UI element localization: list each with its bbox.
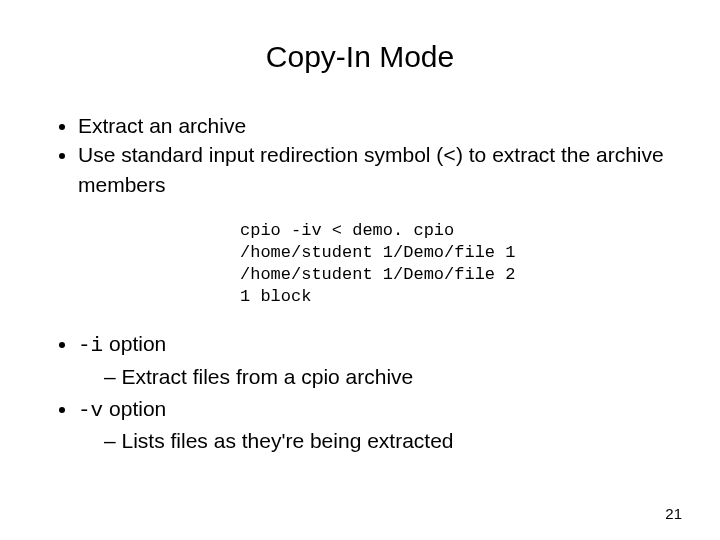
option-v-flag: -v	[78, 399, 103, 422]
option-bullets: -i option Extract files from a cpio arch…	[50, 330, 670, 455]
code-example: cpio -iv < demo. cpio /home/student 1/De…	[240, 220, 670, 308]
option-i-desc: Extract files from a cpio archive	[104, 363, 670, 391]
option-v-sub: Lists files as they're being extracted	[78, 427, 670, 455]
option-v-word: option	[103, 397, 166, 420]
lt-symbol: <	[443, 145, 456, 168]
code-line-4: 1 block	[240, 287, 311, 306]
code-line-1: cpio -iv < demo. cpio	[240, 221, 454, 240]
slide-title: Copy-In Mode	[50, 40, 670, 74]
option-v: -v option Lists files as they're being e…	[78, 395, 670, 456]
option-i-sub: Extract files from a cpio archive	[78, 363, 670, 391]
option-i-flag: -i	[78, 334, 103, 357]
intro-bullets: Extract an archive Use standard input re…	[50, 112, 670, 198]
option-v-desc: Lists files as they're being extracted	[104, 427, 670, 455]
bullet-redirect: Use standard input redirection symbol (<…	[78, 141, 670, 198]
bullet-extract: Extract an archive	[78, 112, 670, 139]
page-number: 21	[665, 505, 682, 522]
bullet-redirect-pre: Use standard input redirection symbol (	[78, 143, 443, 166]
option-i-word: option	[103, 332, 166, 355]
code-line-2: /home/student 1/Demo/file 1	[240, 243, 515, 262]
option-i: -i option Extract files from a cpio arch…	[78, 330, 670, 391]
code-line-3: /home/student 1/Demo/file 2	[240, 265, 515, 284]
